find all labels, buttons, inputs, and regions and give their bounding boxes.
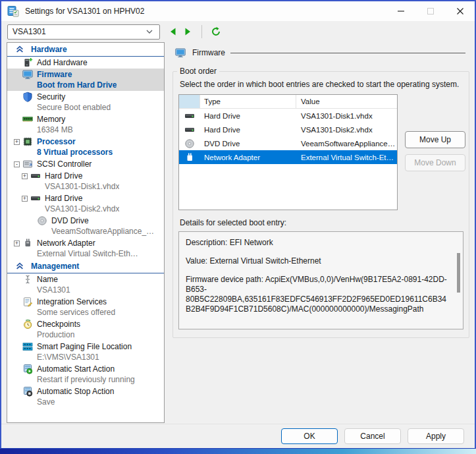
cancel-button[interactable]: Cancel bbox=[344, 428, 401, 444]
details-device-path: Firmware device path: AcpiEx(VMBus,0,0)/… bbox=[186, 275, 448, 314]
sidebar-item-checkpoints[interactable]: Checkpoints Production bbox=[7, 318, 164, 341]
hard-drive-icon bbox=[184, 125, 195, 135]
app-icon bbox=[7, 5, 19, 17]
header-rule bbox=[230, 53, 465, 53]
shield-icon bbox=[22, 92, 33, 102]
sidebar-item-sublabel: Restart if previously running bbox=[37, 374, 135, 385]
sidebar-item-label: Network Adapter bbox=[37, 238, 142, 248]
sidebar-item-security[interactable]: Security Secure Boot enabled bbox=[7, 91, 164, 113]
table-row[interactable]: Hard Drive VSA1301-Disk1.vhdx bbox=[179, 109, 397, 123]
sidebar-item-sublabel: VSA1301-Disk2.vhdx bbox=[45, 204, 119, 214]
ok-button[interactable]: OK bbox=[281, 428, 338, 444]
sidebar-item-sublabel: Some services offered bbox=[37, 307, 115, 318]
processor-icon bbox=[22, 136, 33, 147]
close-button[interactable] bbox=[445, 1, 475, 21]
sidebar-item-automatic-start[interactable]: Automatic Start Action Restart if previo… bbox=[7, 363, 164, 385]
expand-toggle[interactable]: + bbox=[22, 196, 28, 202]
boot-order-table: Type Value Hard Drive VSA1301-Disk1.vhdx… bbox=[178, 94, 398, 210]
cell-type: Network Adapter bbox=[200, 154, 296, 161]
sidebar-item-label: Firmware bbox=[37, 69, 117, 80]
sidebar-item-hard-drive-2[interactable]: + Hard Drive VSA1301-Disk2.vhdx bbox=[7, 192, 164, 215]
cell-value: External Virtual Switch-Ethernet bbox=[296, 154, 397, 161]
apply-button[interactable]: Apply bbox=[408, 428, 464, 444]
sidebar-item-label: Smart Paging File Location bbox=[37, 341, 132, 352]
navigate-forward-icon[interactable] bbox=[182, 26, 193, 37]
sidebar-item-add-hardware[interactable]: Add Hardware bbox=[7, 57, 164, 69]
sidebar-item-firmware[interactable]: Firmware Boot from Hard Drive bbox=[7, 69, 164, 91]
table-row[interactable]: DVD Drive VeeamSoftwareAppliance_13.0.1.… bbox=[179, 136, 397, 150]
cell-value: VSA1301-Disk2.vhdx bbox=[296, 126, 397, 134]
sidebar-item-sublabel: External Virtual Switch-Ethernet bbox=[37, 248, 142, 259]
settings-nav-list: Hardware Add Hardware Firmware Boot from… bbox=[7, 42, 165, 423]
window-title: Settings for VSA1301 on HPHV02 bbox=[25, 7, 386, 16]
table-header-row: Type Value bbox=[179, 95, 397, 109]
sidebar-item-label: DVD Drive bbox=[51, 215, 157, 226]
automatic-start-icon bbox=[22, 364, 33, 374]
sidebar-item-name[interactable]: Name VSA1301 bbox=[7, 273, 164, 296]
network-adapter-icon bbox=[184, 152, 195, 163]
firmware-icon bbox=[174, 47, 187, 58]
collapse-chevron-icon bbox=[15, 45, 24, 54]
title-bar: Settings for VSA1301 on HPHV02 bbox=[1, 1, 475, 21]
vm-selector-value: VSA1301 bbox=[13, 27, 46, 36]
column-header-value[interactable]: Value bbox=[296, 95, 397, 108]
close-icon bbox=[455, 6, 465, 16]
sidebar-item-label: Integration Services bbox=[37, 297, 115, 307]
cell-value: VeeamSoftwareAppliance_13.0.1.18... bbox=[296, 140, 397, 148]
details-label: Details for selected boot entry: bbox=[180, 218, 463, 227]
sidebar-item-automatic-stop[interactable]: Automatic Stop Action Save bbox=[7, 385, 164, 408]
navigate-back-icon[interactable] bbox=[168, 26, 178, 37]
sidebar-item-processor[interactable]: + Processor 8 Virtual processors bbox=[7, 136, 164, 158]
sidebar-item-smart-paging[interactable]: Smart Paging File Location E:\VMS\VSA130… bbox=[7, 341, 164, 363]
sidebar-item-sublabel: Save bbox=[37, 397, 114, 407]
table-row-selected[interactable]: Network Adapter External Virtual Switch-… bbox=[179, 150, 397, 164]
sidebar-item-sublabel: E:\VMS\VSA1301 bbox=[37, 352, 132, 362]
name-icon bbox=[22, 274, 33, 285]
collapse-toggle[interactable]: - bbox=[14, 161, 20, 167]
minimize-button[interactable] bbox=[386, 1, 415, 21]
section-header-management[interactable]: Management bbox=[7, 260, 164, 273]
sidebar-item-sublabel: VSA1301 bbox=[37, 285, 70, 295]
cell-type: Hard Drive bbox=[200, 112, 296, 120]
cell-type: DVD Drive bbox=[200, 140, 296, 148]
sidebar-item-scsi-controller[interactable]: - SCSI Controller bbox=[7, 158, 164, 170]
expand-toggle[interactable]: + bbox=[22, 173, 28, 179]
details-value: Value: External Virtual Switch-Ethernet bbox=[186, 256, 448, 266]
vm-selector-dropdown[interactable]: VSA1301 bbox=[7, 24, 160, 40]
sidebar-item-label: Security bbox=[37, 92, 111, 102]
section-header-hardware[interactable]: Hardware bbox=[7, 43, 164, 57]
toolbar: VSA1301 bbox=[1, 21, 475, 42]
sidebar-item-memory[interactable]: Memory 16384 MB bbox=[7, 113, 164, 136]
expand-toggle[interactable]: + bbox=[14, 241, 20, 246]
boot-entry-details: Description: EFI Network Value: External… bbox=[178, 231, 463, 329]
column-header-type[interactable]: Type bbox=[200, 95, 296, 108]
table-row[interactable]: Hard Drive VSA1301-Disk2.vhdx bbox=[179, 123, 397, 136]
sidebar-item-sublabel: Secure Boot enabled bbox=[37, 102, 111, 113]
refresh-icon[interactable] bbox=[211, 26, 221, 37]
dvd-drive-icon bbox=[37, 215, 47, 226]
expand-toggle[interactable]: + bbox=[14, 139, 20, 145]
boot-order-group: Boot order Select the order in which boo… bbox=[172, 71, 469, 338]
sidebar-item-network-adapter[interactable]: + Network Adapter External Virtual Switc… bbox=[7, 237, 164, 260]
sidebar-item-label: Processor bbox=[37, 136, 113, 147]
sidebar-item-label: Add Hardware bbox=[37, 57, 88, 68]
sidebar-item-hard-drive-1[interactable]: + Hard Drive VSA1301-Disk1.vhdx bbox=[7, 170, 164, 192]
integration-services-icon bbox=[22, 297, 33, 307]
collapse-chevron-icon bbox=[15, 262, 24, 271]
scrollbar-thumb[interactable] bbox=[457, 253, 460, 293]
maximize-button bbox=[415, 1, 445, 21]
cell-value: VSA1301-Disk1.vhdx bbox=[296, 112, 397, 120]
firmware-settings-panel: Firmware Boot order Select the order in … bbox=[170, 42, 472, 338]
hard-drive-icon bbox=[30, 171, 41, 181]
sidebar-item-sublabel: 16384 MB bbox=[37, 125, 73, 135]
smart-paging-icon bbox=[22, 341, 33, 352]
sidebar-item-integration-services[interactable]: Integration Services Some services offer… bbox=[7, 296, 164, 318]
sidebar-item-dvd-drive[interactable]: DVD Drive VeeamSoftwareAppliance_13.... bbox=[7, 215, 164, 237]
panel-title: Firmware bbox=[192, 48, 225, 57]
sidebar-item-label: Hard Drive bbox=[45, 193, 119, 204]
move-down-button: Move Down bbox=[405, 154, 465, 171]
move-up-button[interactable]: Move Up bbox=[405, 131, 465, 148]
section-header-label: Management bbox=[31, 262, 79, 271]
sidebar-item-sublabel: Production bbox=[37, 329, 80, 340]
sidebar-item-label: Hard Drive bbox=[45, 171, 119, 181]
